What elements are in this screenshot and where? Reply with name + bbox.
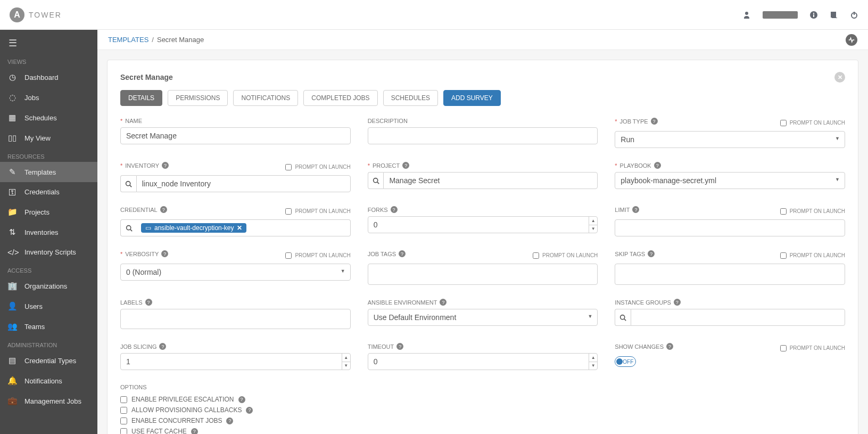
close-icon[interactable]: ✕ [834,72,845,83]
hamburger-icon[interactable]: ☰ [0,30,97,53]
tab-notifications[interactable]: NOTIFICATIONS [233,90,298,106]
power-icon[interactable] [850,10,858,20]
instance-groups-search-button[interactable] [615,309,631,326]
sidebar-item-users[interactable]: 👤 Users [0,296,97,316]
help-icon[interactable]: ? [162,162,169,169]
sidebar-item-templates[interactable]: ✎ Templates [0,162,97,182]
credential-chip-container[interactable]: ▭ ansible-vault-decryption-key ✕ [137,219,351,236]
show-changes-toggle[interactable]: OFF [615,356,636,367]
prompt-job-tags-checkbox[interactable] [533,252,539,259]
spin-up-icon[interactable]: ▲ [342,354,350,362]
credential-search-button[interactable] [120,219,137,236]
topbar: A TOWER [0,0,868,30]
sidebar-item-dashboard[interactable]: ◷ Dashboard [0,67,97,87]
sidebar-item-credential-types[interactable]: ▤ Credential Types [0,350,97,371]
spin-up-icon[interactable]: ▲ [589,217,597,225]
sidebar-item-projects[interactable]: 📁 Projects [0,202,97,222]
sidebar-label: Organizations [24,282,67,290]
prompt-job-type-checkbox[interactable] [780,120,787,126]
tab-completed-jobs[interactable]: COMPLETED JOBS [303,90,377,106]
project-search-button[interactable] [368,172,384,189]
job-tags-input[interactable] [368,264,598,285]
help-icon[interactable]: ? [391,206,398,213]
prompt-skip-tags-checkbox[interactable] [780,252,787,259]
prompt-credential-checkbox[interactable] [285,208,292,215]
instance-groups-input[interactable] [631,309,845,326]
info-icon[interactable] [809,10,818,20]
labels-input[interactable] [120,309,351,329]
sidebar-item-jobs[interactable]: ◌ Jobs [0,87,97,108]
ansible-env-select[interactable] [368,309,598,326]
tab-permissions[interactable]: PERMISSIONS [168,90,228,106]
tab-details[interactable]: DETAILS [120,90,162,106]
spin-down-icon[interactable]: ▼ [342,362,350,370]
job-type-select[interactable] [615,131,845,148]
skip-tags-input[interactable] [615,264,845,285]
help-icon[interactable]: ? [396,343,403,350]
users-icon: 👥 [7,322,17,331]
sidebar-item-credentials[interactable]: ⚿ Credentials [0,182,97,202]
inventory-input[interactable] [136,175,351,192]
prompt-inventory-checkbox[interactable] [285,164,292,170]
name-input[interactable] [120,127,351,144]
help-icon[interactable]: ? [145,299,152,306]
playbook-select[interactable] [615,172,845,189]
help-icon[interactable]: ? [402,162,409,169]
help-icon[interactable]: ? [191,428,198,435]
help-icon[interactable]: ? [159,343,166,350]
description-input[interactable] [368,127,598,144]
help-icon[interactable]: ? [226,417,233,424]
help-icon[interactable]: ? [651,118,658,125]
opt-fact-cache-checkbox[interactable] [120,428,127,435]
sidebar-item-notifications[interactable]: 🔔 Notifications [0,371,97,391]
project-input[interactable] [383,172,598,189]
spin-down-icon[interactable]: ▼ [589,362,597,370]
docs-icon[interactable] [830,10,838,20]
help-icon[interactable]: ? [674,299,681,306]
opt-escalation-checkbox[interactable] [120,396,127,403]
help-icon[interactable]: ? [648,250,655,257]
credential-chip[interactable]: ▭ ansible-vault-decryption-key ✕ [141,223,246,233]
help-icon[interactable]: ? [238,396,245,403]
help-icon[interactable]: ? [160,206,167,213]
label-job-tags: JOB TAGS [368,251,396,257]
sidebar-item-myview[interactable]: ▯▯ My View [0,128,97,148]
prompt-show-changes-checkbox[interactable] [780,345,787,351]
opt-callbacks-checkbox[interactable] [120,407,127,414]
timeout-input[interactable] [368,353,598,370]
sidebar-item-organizations[interactable]: 🏢 Organizations [0,276,97,296]
activity-stream-icon[interactable] [846,34,857,46]
prompt-limit-checkbox[interactable] [780,208,787,215]
help-icon[interactable]: ? [399,250,406,257]
help-icon[interactable]: ? [440,299,447,306]
user-name-redacted[interactable] [763,11,798,19]
tab-schedules[interactable]: SCHEDULES [383,90,438,106]
sidebar-item-inventory-scripts[interactable]: </> Inventory Scripts [0,242,97,262]
job-slicing-input[interactable] [120,353,351,370]
help-icon[interactable]: ? [654,162,661,169]
panel-title-row: Secret Manage ✕ [120,72,845,83]
help-icon[interactable]: ? [161,250,168,257]
sidebar-item-inventories[interactable]: ⇅ Inventories [0,222,97,242]
spin-down-icon[interactable]: ▼ [589,225,597,233]
user-icon[interactable] [742,10,751,20]
sidebar-item-management-jobs[interactable]: 💼 Management Jobs [0,391,97,411]
remove-credential-icon[interactable]: ✕ [237,225,242,231]
limit-input[interactable] [615,219,845,236]
add-survey-button[interactable]: ADD SURVEY [443,90,501,106]
spin-up-icon[interactable]: ▲ [589,354,597,362]
breadcrumb-root[interactable]: TEMPLATES [108,36,148,44]
sidebar-item-schedules[interactable]: ▦ Schedules [0,108,97,128]
inventory-search-button[interactable] [120,175,136,192]
help-icon[interactable]: ? [666,343,673,350]
opt-escalation-label: ENABLE PRIVILEGE ESCALATION [131,396,234,403]
prompt-verbosity-checkbox[interactable] [285,252,292,259]
forks-input[interactable] [368,216,598,233]
help-icon[interactable]: ? [632,206,639,213]
verbosity-select[interactable] [120,264,351,281]
circle-dots-icon: ◌ [7,93,17,102]
help-icon[interactable]: ? [246,407,253,414]
opt-concurrent-checkbox[interactable] [120,417,127,424]
panel-title: Secret Manage [120,73,173,81]
sidebar-item-teams[interactable]: 👥 Teams [0,316,97,337]
